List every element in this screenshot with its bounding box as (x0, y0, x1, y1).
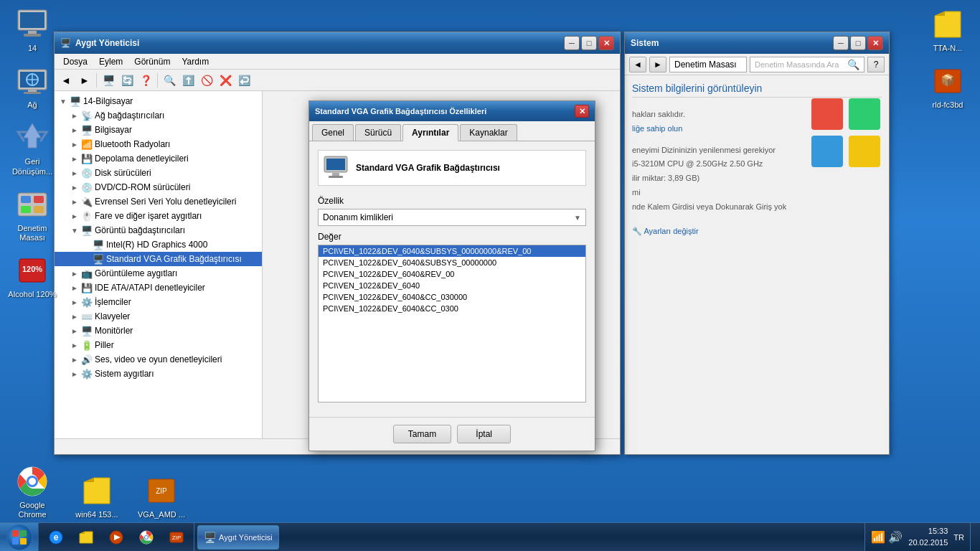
desktop-icon-rld[interactable]: 📦 rld-fc3bd (923, 64, 973, 110)
taskbar-pin-chrome[interactable] (132, 524, 161, 550)
tree-item-monitorlist[interactable]: ► 🖥️ Monitörler (55, 324, 262, 338)
tree-item-system-label: Sistem aygıtları (95, 369, 154, 379)
tree-root[interactable]: ▼ 🖥️ 14-Bilgisayar (55, 94, 262, 108)
toolbar-update-btn[interactable]: ⬆️ (179, 72, 197, 89)
cp-settings-link[interactable]: 🔧 Ayarları değiştir (632, 227, 699, 235)
desktop-icon-alcohol[interactable]: 120% Alcohol 120% (7, 253, 57, 299)
tab-genel[interactable]: Genel (312, 124, 354, 141)
tree-item-display[interactable]: ▼ 🖥️ Görüntü bağdaştırıcıları (55, 223, 262, 237)
value-item-1[interactable]: PCI\VEN_1022&DEV_6040&SUBSYS_00000000 (319, 257, 585, 268)
taskbar-pin-setup[interactable]: ZIP (162, 524, 191, 550)
tree-item-mouse[interactable]: ► 🖱️ Fare ve diğer işaret aygıtları (55, 209, 262, 223)
toolbar-refresh-btn[interactable]: 🔄 (118, 72, 136, 89)
property-dropdown[interactable]: Donanım kimlikleri ▼ (318, 209, 586, 226)
taskbar-pin-explorer[interactable] (72, 524, 100, 550)
tree-item-monitors[interactable]: ► 📺 Görüntüleme aygıtları (55, 266, 262, 281)
recycle-icon (15, 121, 50, 155)
tree-item-bluetooth[interactable]: ► 📶 Bluetooth Radyoları (55, 137, 262, 151)
tree-item-std-vga[interactable]: 🖥️ Standard VGA Grafik Bağdaştırıcısı (55, 252, 262, 266)
menu-dosya[interactable]: Dosya (57, 55, 93, 68)
value-item-4[interactable]: PCI\VEN_1022&DEV_6040&CC_030000 (319, 291, 585, 303)
value-section: Değer PCI\VEN_1022&DEV_6040&SUBSYS_00000… (318, 232, 586, 402)
desktop-icon-tta[interactable]: TTA-N... (923, 7, 973, 53)
tree-item-disk[interactable]: ► 💿 Disk sürücüleri (55, 166, 262, 180)
value-item-2[interactable]: PCI\VEN_1022&DEV_6040&REV_00 (319, 268, 585, 280)
toolbar-back-btn[interactable]: ◄ (57, 72, 75, 89)
svg-rect-20 (21, 196, 31, 203)
taskbar-network-icon: 📶 (871, 530, 885, 544)
svg-rect-41 (20, 538, 27, 545)
start-button[interactable] (0, 523, 39, 552)
taskbar-clock[interactable]: 15:33 20.02.2015 (908, 526, 948, 548)
tab-surucu[interactable]: Sürücü (355, 124, 401, 141)
dm-close-button[interactable]: ✕ (598, 36, 614, 50)
taskbar-pin-media[interactable] (102, 524, 131, 550)
toolbar-rollback-btn[interactable]: ↩️ (235, 72, 253, 89)
dm-minimize-button[interactable]: ─ (564, 36, 580, 50)
toolbar-sep2 (157, 73, 158, 88)
cp-search-box[interactable]: Denetim Masasında Ara 🔍 (750, 57, 864, 72)
tree-item-processors-label: İşlemciler (95, 297, 131, 307)
taskbar-item-device-manager[interactable]: 🖥️ Aygıt Yöneticisi (197, 525, 279, 550)
desktop-icon-chrome[interactable]: Google Chrome (7, 464, 57, 519)
desktop-icon-vga-amd[interactable]: ZIP VGA_AMD ... (136, 474, 187, 519)
desktop-icon-computer[interactable]: 14 (7, 7, 57, 53)
toolbar-help-btn[interactable]: ❓ (137, 72, 154, 89)
menu-eylem[interactable]: Eylem (93, 55, 128, 68)
properties-dialog-close[interactable]: ✕ (575, 105, 589, 118)
tree-item-intel-hd[interactable]: 🖥️ Intel(R) HD Graphics 4000 (55, 237, 262, 252)
toolbar-forward-btn[interactable]: ► (76, 72, 93, 89)
tab-kaynaklar[interactable]: Kaynaklar (460, 124, 517, 141)
tree-item-ide[interactable]: ► 💾 IDE ATA/ATAPI denetleyiciler (55, 281, 262, 295)
toolbar-sep1 (96, 73, 97, 88)
tree-item-system[interactable]: ► ⚙️ Sistem aygıtları (55, 367, 262, 381)
tree-item-audio[interactable]: ► 🔊 Ses, video ve oyun denetleyicileri (55, 352, 262, 367)
desktop-icon-control-panel[interactable]: Denetim Masası (7, 187, 57, 242)
cancel-button[interactable]: İptal (457, 425, 511, 443)
tree-item-processors[interactable]: ► ⚙️ İşlemciler (55, 295, 262, 309)
cp-close-button[interactable]: ✕ (867, 36, 883, 50)
cp-back-button[interactable]: ◄ (629, 57, 646, 72)
cp-maximize-button[interactable]: □ (850, 36, 866, 50)
cp-forward-button[interactable]: ► (649, 57, 666, 72)
toolbar-properties-btn[interactable]: 🖥️ (100, 72, 117, 89)
tree-item-usb[interactable]: ► 🔌 Evrensel Seri Veri Yolu denetleyicil… (55, 194, 262, 209)
tree-item-computer[interactable]: ► 🖥️ Bilgisayar (55, 123, 262, 137)
tree-item-storage[interactable]: ► 💾 Depolama denetleyicileri (55, 151, 262, 166)
tta-icon-label: TTA-N... (933, 44, 963, 53)
tree-item-computer-expander: ► (69, 124, 80, 136)
taskbar-pinned-items: e (39, 523, 194, 551)
ok-button[interactable]: Tamam (393, 425, 451, 443)
tree-item-network[interactable]: ► 📡 Ağ bağdaştırıcıları (55, 108, 262, 123)
toolbar-scan-btn[interactable]: 🔍 (161, 72, 178, 89)
computer-icon (15, 7, 50, 42)
menu-yardim[interactable]: Yardım (176, 55, 215, 68)
value-item-3[interactable]: PCI\VEN_1022&DEV_6040 (319, 280, 585, 291)
tree-item-batteries[interactable]: ► 🔋 Piller (55, 338, 262, 352)
desktop-icon-win64[interactable]: win64 153... (72, 474, 122, 519)
tree-item-intel-expander (80, 239, 92, 250)
value-item-0[interactable]: PCI\VEN_1022&DEV_6040&SUBSYS_00000000&RE… (319, 245, 585, 257)
tree-item-computer-icon: 🖥️ (80, 123, 93, 136)
cp-help-button[interactable]: ? (867, 57, 885, 72)
show-desktop-button[interactable] (970, 523, 974, 551)
tree-item-keyboards[interactable]: ► ⌨️ Klavyeler (55, 309, 262, 324)
taskbar: e (0, 522, 980, 551)
tree-item-dvd[interactable]: ► 💿 DVD/CD-ROM sürücüleri (55, 180, 262, 194)
menu-gorunum[interactable]: Görünüm (128, 55, 176, 68)
desktop-icon-network[interactable]: Ağ (7, 64, 57, 110)
dm-maximize-button[interactable]: □ (581, 36, 597, 50)
taskbar-pin-ie[interactable]: e (42, 524, 70, 550)
cp-address-bar[interactable]: Denetim Masası (669, 57, 747, 72)
toolbar-uninstall-btn[interactable]: ❌ (217, 72, 234, 89)
tree-root-icon: 🖥️ (69, 95, 82, 108)
device-manager-title-area: 🖥️ Aygıt Yöneticisi (60, 38, 139, 48)
value-item-5[interactable]: PCI\VEN_1022&DEV_6040&CC_0300 (319, 303, 585, 314)
toolbar-disable-btn[interactable]: 🚫 (198, 72, 215, 89)
svg-rect-23 (34, 206, 44, 213)
svg-rect-10 (28, 31, 37, 34)
cp-minimize-button[interactable]: ─ (833, 36, 849, 50)
tab-ayrintilar[interactable]: Ayrıntılar (402, 124, 458, 141)
tree-item-disk-icon: 💿 (80, 166, 93, 179)
desktop-icon-recycle[interactable]: Geri Dönüşüm... (7, 121, 57, 176)
